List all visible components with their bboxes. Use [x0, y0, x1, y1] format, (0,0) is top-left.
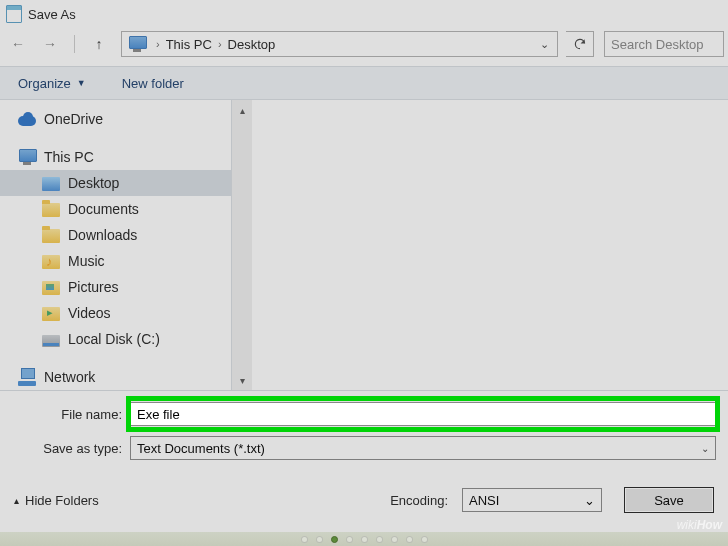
pager-dot[interactable]	[316, 536, 323, 543]
watermark: wikiHow	[677, 518, 722, 532]
scroll-up-icon[interactable]: ▴	[232, 100, 252, 120]
tree-item-music[interactable]: Music	[0, 248, 231, 274]
tree-item-this-pc[interactable]: This PC	[0, 144, 231, 170]
music-icon	[42, 255, 60, 269]
organize-label: Organize	[18, 76, 71, 91]
tree-item-onedrive[interactable]: OneDrive	[0, 106, 231, 132]
tree-label: Desktop	[68, 175, 119, 191]
tree-label: OneDrive	[44, 111, 103, 127]
breadcrumb[interactable]: › This PC › Desktop ⌄	[121, 31, 558, 57]
up-button[interactable]: ↑	[85, 31, 113, 57]
save-as-dialog: Save As ← → ↑ › This PC › Desktop ⌄ Sear…	[0, 0, 728, 546]
navbar: ← → ↑ › This PC › Desktop ⌄ Search Deskt…	[0, 28, 728, 60]
network-icon	[18, 368, 36, 386]
tree-label: Pictures	[68, 279, 119, 295]
pager-dot[interactable]	[376, 536, 383, 543]
separator	[74, 35, 75, 53]
file-name-value: Exe file	[137, 407, 180, 422]
chevron-down-icon: ⌄	[584, 493, 595, 508]
refresh-button[interactable]	[566, 31, 594, 57]
pictures-icon	[42, 281, 60, 295]
pager-dot[interactable]	[391, 536, 398, 543]
form-area: File name: Exe file Save as type: Text D…	[0, 390, 728, 473]
titlebar: Save As	[0, 0, 728, 28]
forward-button[interactable]: →	[36, 31, 64, 57]
save-type-label: Save as type:	[12, 441, 130, 456]
scroll-down-icon[interactable]: ▾	[232, 370, 252, 390]
tree-item-pictures[interactable]: Pictures	[0, 274, 231, 300]
tree-label: Local Disk (C:)	[68, 331, 160, 347]
tree-label: This PC	[44, 149, 94, 165]
tree-label: Documents	[68, 201, 139, 217]
desktop-icon	[42, 177, 60, 191]
toolbar: Organize ▼ New folder	[0, 66, 728, 100]
encoding-select[interactable]: ANSI ⌄	[462, 488, 602, 512]
tree-item-network[interactable]: Network	[0, 364, 231, 390]
refresh-icon	[573, 37, 587, 51]
file-name-row: File name: Exe file	[12, 399, 716, 429]
tree-item-desktop[interactable]: Desktop	[0, 170, 231, 196]
pager	[0, 532, 728, 546]
pager-dot-active[interactable]	[331, 536, 338, 543]
tree-item-documents[interactable]: Documents	[0, 196, 231, 222]
save-type-value: Text Documents (*.txt)	[137, 441, 265, 456]
tree-label: Network	[44, 369, 95, 385]
pager-dot[interactable]	[301, 536, 308, 543]
tree-label: Music	[68, 253, 105, 269]
tree-item-videos[interactable]: Videos	[0, 300, 231, 326]
tree-item-local-disk[interactable]: Local Disk (C:)	[0, 326, 231, 352]
disk-icon	[42, 335, 60, 347]
breadcrumb-segment[interactable]: This PC	[166, 37, 212, 52]
search-placeholder: Search Desktop	[611, 37, 704, 52]
pager-dot[interactable]	[406, 536, 413, 543]
window-title: Save As	[28, 7, 76, 22]
nav-tree: OneDrive This PC Desktop Documents Downl…	[0, 100, 232, 390]
file-name-label: File name:	[12, 407, 130, 422]
tree-item-downloads[interactable]: Downloads	[0, 222, 231, 248]
tree-label: Downloads	[68, 227, 137, 243]
new-folder-label: New folder	[122, 76, 184, 91]
save-type-select[interactable]: Text Documents (*.txt) ⌄	[130, 436, 716, 460]
back-button[interactable]: ←	[4, 31, 32, 57]
notepad-icon	[6, 5, 22, 23]
pager-dot[interactable]	[361, 536, 368, 543]
search-input[interactable]: Search Desktop	[604, 31, 724, 57]
chevron-down-icon: ▼	[77, 78, 86, 88]
file-list[interactable]	[252, 100, 728, 390]
encoding-value: ANSI	[469, 493, 499, 508]
save-type-row: Save as type: Text Documents (*.txt) ⌄	[12, 433, 716, 463]
chevron-right-icon: ›	[218, 38, 222, 50]
file-name-input[interactable]: Exe file	[130, 402, 716, 426]
organize-button[interactable]: Organize ▼	[12, 72, 92, 95]
videos-icon	[42, 307, 60, 321]
scroll-track[interactable]	[232, 120, 252, 370]
hide-folders-button[interactable]: ▴ Hide Folders	[14, 493, 99, 508]
tree-scrollbar[interactable]: ▴ ▾	[232, 100, 252, 390]
encoding-label: Encoding:	[390, 493, 448, 508]
pager-dot[interactable]	[346, 536, 353, 543]
hide-folders-label: Hide Folders	[25, 493, 99, 508]
pc-icon	[18, 148, 36, 166]
body: OneDrive This PC Desktop Documents Downl…	[0, 100, 728, 390]
cloud-icon	[18, 110, 36, 128]
save-button[interactable]: Save	[624, 487, 714, 513]
save-label: Save	[654, 493, 684, 508]
chevron-down-icon[interactable]: ⌄	[540, 38, 549, 51]
chevron-down-icon: ⌄	[701, 443, 709, 454]
new-folder-button[interactable]: New folder	[116, 72, 190, 95]
breadcrumb-segment[interactable]: Desktop	[228, 37, 276, 52]
folder-icon	[42, 203, 60, 217]
pager-dot[interactable]	[421, 536, 428, 543]
chevron-right-icon: ›	[156, 38, 160, 50]
bottom-bar: ▴ Hide Folders Encoding: ANSI ⌄ Save	[0, 473, 728, 521]
tree-label: Videos	[68, 305, 111, 321]
pc-icon	[128, 36, 146, 52]
folder-icon	[42, 229, 60, 243]
triangle-up-icon: ▴	[14, 495, 19, 506]
